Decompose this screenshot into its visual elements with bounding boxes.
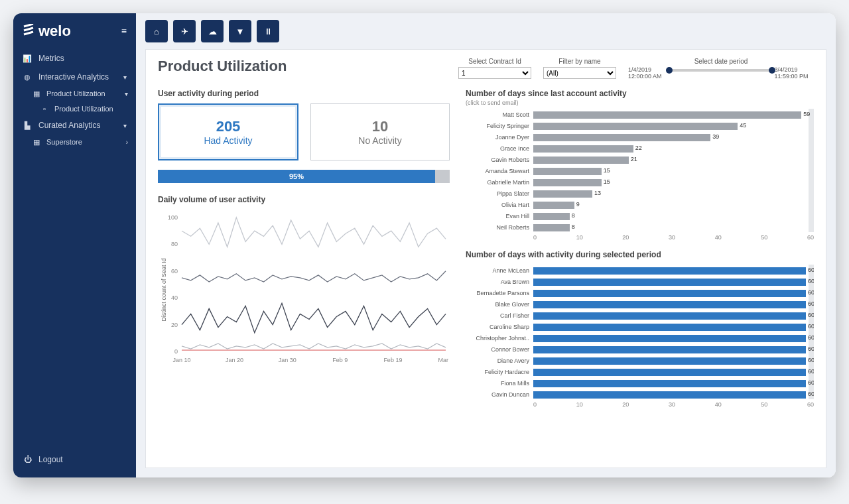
bar-label: Gabrielle Martin: [466, 179, 529, 186]
bar-track: 21: [533, 157, 806, 164]
bar-label: Felicity Springer: [466, 123, 529, 129]
logout-label: Logout: [38, 455, 63, 464]
svg-text:Mar 1: Mar 1: [438, 357, 450, 363]
svg-text:Distinct count of Seat Id: Distinct count of Seat Id: [161, 258, 167, 321]
days-active-title: Number of days with activity during sele…: [466, 250, 814, 259]
chevron-down-icon: ▾: [125, 90, 128, 97]
filter-icon: ▼: [236, 27, 245, 36]
bar-track: 60: [533, 369, 806, 376]
date-end: 3/4/2019 11:59:00 PM: [774, 66, 814, 80]
dashboard-panel: Product Utilization Select Contract Id 1…: [145, 49, 826, 468]
daily-volume-chart[interactable]: 020406080100Distinct count of Seat IdJan…: [158, 214, 450, 460]
bar-label: Amanda Stewart: [466, 168, 529, 174]
sidebar-item-product-utilization[interactable]: ▦Product Utilization▾: [13, 86, 136, 101]
svg-text:20: 20: [171, 322, 178, 328]
bar-row[interactable]: Blake Glover60: [466, 300, 806, 309]
card-no-activity[interactable]: 10 No Activity: [310, 103, 450, 160]
logout-button[interactable]: ⏻Logout: [13, 448, 136, 471]
chevron-right-icon: ›: [126, 139, 128, 146]
bar-row[interactable]: Amanda Stewart15: [466, 166, 806, 176]
bar-label: Anne McLean: [466, 267, 529, 274]
svg-text:Jan 20: Jan 20: [226, 357, 243, 363]
bar-row[interactable]: Fiona Mills60: [466, 379, 806, 388]
bar-row[interactable]: Felicity Hardacre60: [466, 367, 806, 377]
bar-row[interactable]: Carl Fisher60: [466, 311, 806, 320]
filter-button[interactable]: ▼: [229, 20, 251, 42]
bar-row[interactable]: Bernadette Parsons60: [466, 288, 806, 298]
bar-track: 45: [533, 123, 806, 130]
cloud-button[interactable]: ☁: [201, 20, 224, 42]
doc-icon: ▫: [40, 105, 49, 113]
bar-label: Joanne Dyer: [466, 134, 529, 141]
chevron-down-icon: ▾: [123, 74, 127, 81]
sidebar-item-curated-analytics[interactable]: ▙Curated Analytics▾: [13, 116, 136, 135]
home-button[interactable]: ⌂: [145, 20, 168, 42]
bar-row[interactable]: Anne McLean60: [466, 266, 806, 275]
since-chart-wrap: Matt Scott59Felicity Springer45Joanne Dy…: [466, 109, 814, 232]
hamburger-icon[interactable]: ≡: [121, 26, 127, 36]
sidebar-item-superstore[interactable]: ▦Superstore›: [13, 135, 136, 150]
bar-label: Evan Hill: [466, 213, 529, 220]
bar-row[interactable]: Pippa Slater13: [466, 189, 806, 198]
right-column: Number of days since last account activi…: [466, 84, 814, 460]
svg-text:100: 100: [168, 214, 178, 221]
x-axis: 0102030405060: [533, 234, 814, 241]
bar-label: Felicity Hardacre: [466, 369, 529, 375]
days-active-chart[interactable]: Anne McLean60Ava Brown60Bernadette Parso…: [466, 266, 806, 399]
bar-label: Bernadette Parsons: [466, 290, 529, 296]
sidebar-item-product-utilization-child[interactable]: ▫Product Utilization: [13, 101, 136, 116]
pause-icon: ⏸: [264, 27, 273, 36]
bar-icon: 📊: [23, 54, 32, 63]
date-range-labels: 1/4/2019 12:00:00 AM 3/4/2019 11:59:00 P…: [628, 66, 814, 80]
svg-text:40: 40: [171, 294, 178, 301]
active-chart-wrap: Anne McLean60Ava Brown60Bernadette Parso…: [466, 265, 814, 399]
contract-select[interactable]: 1: [458, 67, 531, 79]
doc-icon: ▦: [32, 90, 41, 98]
name-select[interactable]: (All): [543, 67, 616, 79]
bar-row[interactable]: Christopher Johnst..60: [466, 334, 806, 343]
bar-row[interactable]: Grace Ince22: [466, 144, 806, 153]
bar-row[interactable]: Joanne Dyer39: [466, 133, 806, 142]
filter-label: Filter by name: [543, 58, 616, 65]
bar-row[interactable]: Felicity Springer45: [466, 121, 806, 131]
since-activity-hint: (click to send email): [466, 99, 814, 106]
card-number: 205: [216, 118, 241, 135]
bar-track: 39: [533, 134, 806, 141]
bar-track: 59: [533, 111, 806, 119]
daily-volume-title: Daily volume of user activity: [158, 195, 450, 204]
scrollbar[interactable]: [809, 109, 814, 232]
sidebar-item-metrics[interactable]: 📊Metrics: [13, 49, 136, 68]
pause-button[interactable]: ⏸: [257, 20, 279, 42]
activity-cards: 205 Had Activity 10 No Activity: [158, 103, 450, 160]
bar-row[interactable]: Matt Scott59: [466, 110, 806, 119]
bar-track: 60: [533, 290, 806, 297]
card-had-activity[interactable]: 205 Had Activity: [158, 103, 298, 160]
bar-row[interactable]: Ava Brown60: [466, 277, 806, 286]
bar-row[interactable]: Gavin Roberts21: [466, 155, 806, 164]
bar-label: Neil Roberts: [466, 224, 529, 231]
bar-row[interactable]: Connor Bower60: [466, 345, 806, 354]
filter-date: Select date period 1/4/2019 12:00:00 AM …: [628, 58, 814, 80]
bar-row[interactable]: Diane Avery60: [466, 356, 806, 365]
bar-row[interactable]: Gabrielle Martin15: [466, 178, 806, 187]
page-title: Product Utilization: [158, 58, 287, 75]
date-range-slider[interactable]: [667, 69, 774, 72]
progress-fill: 95%: [158, 170, 435, 183]
svg-text:Feb 9: Feb 9: [332, 357, 348, 363]
since-activity-chart[interactable]: Matt Scott59Felicity Springer45Joanne Dy…: [466, 110, 806, 232]
bar-row[interactable]: Evan Hill8: [466, 212, 806, 221]
power-icon: ⏻: [24, 455, 32, 464]
sidebar-item-interactive-analytics[interactable]: ◍Interactive Analytics▾: [13, 68, 136, 86]
panel-header: Product Utilization Select Contract Id 1…: [158, 58, 814, 80]
bar-row[interactable]: Caroline Sharp60: [466, 322, 806, 332]
progress-bar: 95%: [158, 170, 450, 183]
svg-text:Feb 19: Feb 19: [383, 357, 402, 363]
main: ⌂ ✈ ☁ ▼ ⏸ Product Utilization Select Con…: [136, 13, 836, 477]
bar-row[interactable]: Gavin Duncan60: [466, 390, 806, 399]
sidebar-label: Metrics: [38, 54, 64, 63]
filter-contract: Select Contract Id 1: [458, 58, 531, 79]
bar-row[interactable]: Neil Roberts8: [466, 223, 806, 232]
send-button[interactable]: ✈: [173, 20, 196, 42]
bar-track: 60: [533, 335, 806, 342]
bar-row[interactable]: Olivia Hart9: [466, 200, 806, 210]
